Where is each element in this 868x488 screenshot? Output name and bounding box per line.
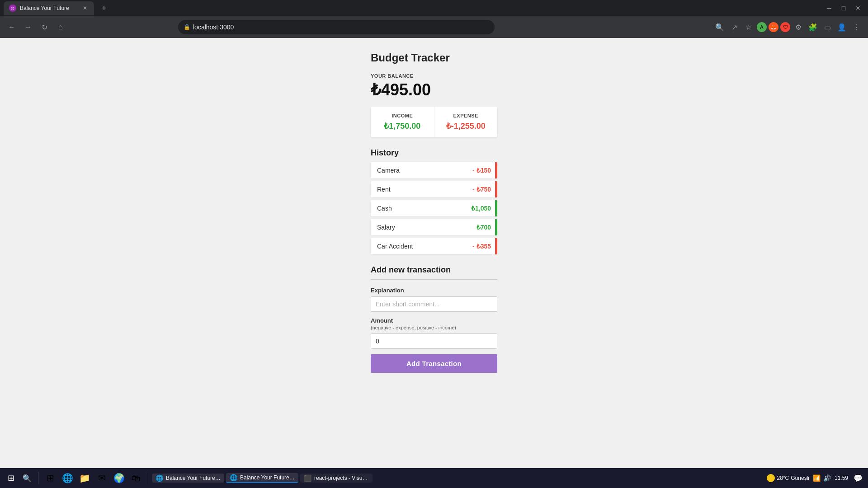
balance-amount: ₺495.00 <box>371 80 497 99</box>
item-amount: - ₺355 <box>472 243 491 250</box>
clock-time: 11:59 <box>835 475 848 481</box>
weather-sun-icon <box>767 474 775 482</box>
ext-fox-icon[interactable]: 🦊 <box>769 22 778 32</box>
income-box: INCOME ₺1,750.00 <box>371 107 434 137</box>
taskbar-app-explorer[interactable]: 📁 <box>76 470 93 486</box>
taskbar-app-ie[interactable]: 🌍 <box>111 470 127 486</box>
page-content: Budget Tracker YOUR BALANCE ₺495.00 INCO… <box>0 38 868 488</box>
notification-button[interactable]: 💬 <box>852 472 864 484</box>
taskbar-right: 28°C Güneşli 📶 🔊 11:59 💬 <box>767 472 864 484</box>
item-name: Camera <box>377 167 400 174</box>
menu-icon[interactable]: ⋮ <box>850 21 863 33</box>
history-list: Camera- ₺150Rent- ₺750Cash₺1,050Salary₺7… <box>371 162 497 254</box>
browser-toolbar: ← → ↻ ⌂ 🔒 localhost:3000 🔍 ↗ ☆ A 🦊 🛡 ⚙ 🧩… <box>0 16 868 38</box>
search-icon[interactable]: 🔍 <box>713 21 726 33</box>
section-divider <box>371 279 497 280</box>
ext-adblock-icon[interactable]: A <box>757 22 767 32</box>
expense-box: EXPENSE ₺-1,255.00 <box>434 107 498 137</box>
taskbar-search-button[interactable]: 🔍 <box>20 471 34 485</box>
tab-title: Balance Your Future <box>20 5 69 11</box>
close-button[interactable]: ✕ <box>852 2 864 14</box>
app-container: Budget Tracker YOUR BALANCE ₺495.00 INCO… <box>371 52 497 470</box>
address-bar[interactable]: 🔒 localhost:3000 <box>178 20 495 34</box>
ext-red-icon[interactable]: 🛡 <box>780 22 790 32</box>
taskbar-time: 11:59 <box>835 475 848 481</box>
add-transaction-button[interactable]: Add Transaction <box>371 354 497 373</box>
taskbar-chrome-entry1[interactable]: 🌐 Balance Your Future - ... <box>152 474 224 483</box>
taskbar-pinned-apps: ⊞ 🌐 📁 ✉ 🌍 🛍 <box>42 470 144 486</box>
app-title: Budget Tracker <box>371 52 497 64</box>
tab-favicon: ⚖ <box>9 5 16 12</box>
item-amount: - ₺750 <box>472 186 491 193</box>
expense-label: EXPENSE <box>442 113 491 118</box>
item-name: Cash <box>377 205 392 212</box>
taskbar-chrome-entry2[interactable]: 🌐 Balance Your Future - ... <box>226 473 298 483</box>
sidebar-icon[interactable]: ▭ <box>821 21 834 33</box>
lock-icon: 🔒 <box>184 24 190 30</box>
taskbar-divider2 <box>148 472 148 484</box>
history-item: Salary₺700 <box>371 219 497 235</box>
amount-input[interactable] <box>371 333 497 349</box>
share-icon[interactable]: ↗ <box>728 21 741 33</box>
history-item: Cash₺1,050 <box>371 200 497 216</box>
history-item: Rent- ₺750 <box>371 181 497 197</box>
taskbar-weather: 28°C Güneşli <box>767 474 809 482</box>
toolbar-right: 🔍 ↗ ☆ A 🦊 🛡 ⚙ 🧩 ▭ 👤 ⋮ <box>713 21 863 33</box>
minimize-button[interactable]: ─ <box>823 2 835 14</box>
start-button[interactable]: ⊞ <box>4 471 18 485</box>
back-button[interactable]: ← <box>5 21 18 33</box>
new-tab-button[interactable]: + <box>98 2 110 14</box>
taskbar-app-windows[interactable]: ⊞ <box>42 470 58 486</box>
bookmark-icon[interactable]: ☆ <box>742 21 755 33</box>
volume-icon[interactable]: 🔊 <box>823 474 831 482</box>
income-expense-card: INCOME ₺1,750.00 EXPENSE ₺-1,255.00 <box>371 107 497 137</box>
income-amount: ₺1,750.00 <box>378 121 427 131</box>
address-text: localhost:3000 <box>193 23 234 31</box>
add-section-title: Add new transaction <box>371 265 497 275</box>
taskbar-system-icons: 📶 🔊 <box>813 474 831 482</box>
taskbar: ⊞ 🔍 ⊞ 🌐 📁 ✉ 🌍 🛍 🌐 Balance Your Future - … <box>0 468 868 488</box>
amount-label: Amount (negative - expense, positive - i… <box>371 317 497 331</box>
reload-button[interactable]: ↻ <box>38 21 51 33</box>
window-controls: ─ □ ✕ <box>823 2 864 14</box>
browser-titlebar: ⚖ Balance Your Future ✕ + ─ □ ✕ <box>0 0 868 16</box>
item-amount: ₺1,050 <box>471 205 491 212</box>
explanation-label: Explanation <box>371 287 497 294</box>
extensions-icon[interactable]: 🧩 <box>807 21 819 33</box>
taskbar-vscode-entry[interactable]: ⬛ react-projects - Visual ... <box>300 474 373 483</box>
settings-icon[interactable]: ⚙ <box>792 21 805 33</box>
item-name: Car Accident <box>377 243 413 250</box>
expense-amount: ₺-1,255.00 <box>442 121 491 131</box>
balance-label: YOUR BALANCE <box>371 73 497 79</box>
taskbar-app-edge[interactable]: 🌐 <box>59 470 75 486</box>
forward-button[interactable]: → <box>22 21 34 33</box>
weather-desc: Güneşli <box>791 475 809 481</box>
item-amount: ₺700 <box>476 224 491 231</box>
network-icon[interactable]: 📶 <box>813 474 821 482</box>
maximize-button[interactable]: □ <box>837 2 850 14</box>
taskbar-app-store[interactable]: 🛍 <box>128 470 144 486</box>
item-name: Rent <box>377 186 391 193</box>
amount-sublabel: (negative - expense, positive - income) <box>371 325 456 330</box>
income-label: INCOME <box>378 113 427 118</box>
explanation-input[interactable] <box>371 296 497 312</box>
tab-close-button[interactable]: ✕ <box>81 5 89 12</box>
home-button[interactable]: ⌂ <box>54 21 67 33</box>
weather-temp: 28°C <box>777 475 789 481</box>
taskbar-divider <box>38 472 38 484</box>
history-title: History <box>371 148 497 158</box>
history-item: Car Accident- ₺355 <box>371 238 497 254</box>
item-amount: - ₺150 <box>472 167 491 174</box>
profile-icon[interactable]: 👤 <box>835 21 848 33</box>
active-tab[interactable]: ⚖ Balance Your Future ✕ <box>4 1 94 15</box>
item-name: Salary <box>377 224 395 231</box>
taskbar-app-mail[interactable]: ✉ <box>94 470 110 486</box>
history-item: Camera- ₺150 <box>371 162 497 178</box>
